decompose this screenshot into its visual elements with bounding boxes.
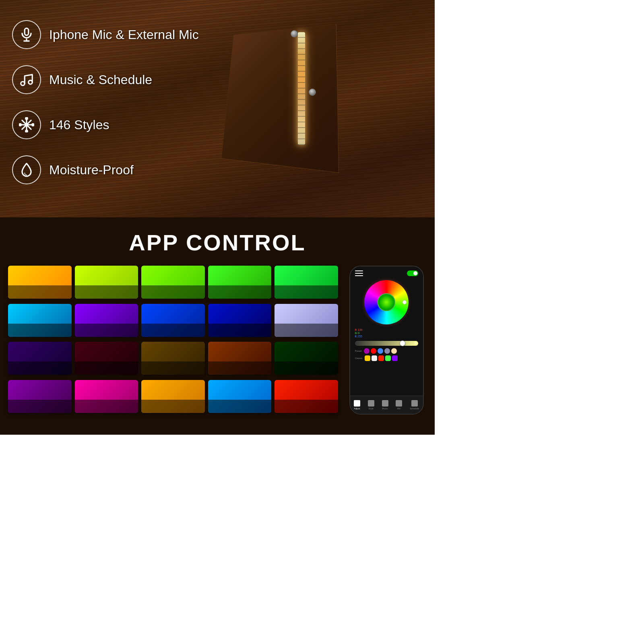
phone-container: R 139 G 0 B 255 ☀ Preset (346, 266, 427, 415)
color-swatch-11[interactable] (8, 342, 72, 375)
classic-label: Classic (355, 357, 363, 359)
top-section: Iphone Mic & External Mic Music & Schedu… (0, 0, 435, 217)
color-grid-area: R 139 G 0 B 255 ☀ Preset (8, 266, 427, 415)
snowflake-icon (19, 117, 34, 132)
cabinet-corner (221, 24, 339, 173)
brightness-bar[interactable]: ☀ (355, 341, 418, 346)
preset-dot-red[interactable] (371, 348, 376, 354)
nav-icon-mic (396, 400, 402, 407)
color-swatch-14[interactable] (208, 342, 272, 375)
app-control-title: APP CONTROL (129, 229, 306, 256)
music-icon-circle (12, 65, 41, 94)
classic-dot-yellow[interactable] (365, 355, 370, 361)
color-swatch-15[interactable] (275, 342, 338, 375)
color-swatch-6[interactable] (8, 304, 72, 337)
color-swatch-4[interactable] (208, 266, 272, 299)
feature-music: Music & Schedule (12, 65, 199, 94)
color-swatch-10[interactable] (275, 304, 338, 337)
classic-dot-violet[interactable] (392, 355, 398, 361)
phone-nav-style[interactable]: Style (368, 400, 374, 410)
mic-icon-circle (12, 20, 41, 49)
color-swatch-13[interactable] (141, 342, 205, 375)
preset-dot-purple[interactable] (364, 348, 369, 354)
nav-label-style: Style (369, 407, 374, 410)
color-swatch-5[interactable] (275, 266, 338, 299)
color-swatch-2[interactable] (75, 266, 138, 299)
color-swatch-7[interactable] (75, 304, 138, 337)
color-swatch-1[interactable] (8, 266, 72, 299)
nav-icon-adjust (354, 400, 360, 407)
styles-label: 146 Styles (49, 118, 109, 132)
color-swatch-8[interactable] (141, 304, 205, 337)
phone-bottom-nav: AdjustStyleMusicMicSchedule (350, 396, 423, 414)
music-icon (19, 72, 34, 87)
brightness-sun-icon: ☀ (414, 342, 417, 345)
screw-top (291, 30, 298, 37)
svg-point-9 (25, 124, 28, 126)
feature-moisture: Moisture-Proof (12, 155, 199, 184)
rgb-values: R 139 G 0 B 255 (353, 328, 420, 339)
color-swatch-20[interactable] (275, 380, 338, 413)
nav-icon-schedule (411, 400, 418, 407)
wheel-handle (402, 300, 407, 304)
music-label: Music & Schedule (49, 72, 152, 87)
power-toggle[interactable] (407, 270, 418, 276)
led-strip (298, 32, 305, 145)
color-wheel-container (353, 280, 420, 324)
svg-point-3 (21, 82, 25, 86)
brightness-knob (400, 341, 405, 346)
mic-icon (19, 27, 34, 42)
nav-icon-style (368, 400, 374, 407)
color-swatch-12[interactable] (75, 342, 138, 375)
preset-row: Preset (353, 348, 420, 354)
classic-dot-white[interactable] (372, 355, 377, 361)
nav-label-adjust: Adjust (354, 407, 360, 410)
classic-dot-green[interactable] (385, 355, 391, 361)
screw-bottom (309, 89, 316, 96)
phone-nav-schedule[interactable]: Schedule (410, 400, 419, 410)
color-swatch-18[interactable] (141, 380, 205, 413)
svg-point-12 (19, 124, 21, 126)
svg-point-11 (26, 130, 28, 132)
phone-mockup: R 139 G 0 B 255 ☀ Preset (349, 266, 424, 415)
phone-nav-mic[interactable]: Mic (396, 400, 402, 410)
rgb-b-value: B 255 (355, 335, 418, 338)
moisture-icon-circle (12, 155, 41, 184)
phone-screen: R 139 G 0 B 255 ☀ Preset (350, 266, 423, 396)
color-swatch-9[interactable] (208, 304, 272, 337)
svg-rect-0 (25, 28, 29, 35)
preset-dot-gray[interactable] (384, 348, 390, 354)
mic-label: Iphone Mic & External Mic (49, 27, 199, 42)
nav-label-music: Music (382, 407, 388, 410)
led-strip-container (298, 32, 310, 153)
preset-label: Preset (355, 350, 362, 352)
color-swatch-19[interactable] (208, 380, 272, 413)
features-overlay: Iphone Mic & External Mic Music & Schedu… (12, 20, 199, 184)
phone-nav-adjust[interactable]: Adjust (354, 400, 360, 410)
nav-label-mic: Mic (397, 407, 401, 410)
classic-row: Classic (353, 355, 420, 361)
rgb-r-value: R 139 (355, 328, 418, 331)
phone-nav-music[interactable]: Music (382, 400, 388, 410)
color-swatch-17[interactable] (75, 380, 138, 413)
nav-icon-music (382, 400, 388, 407)
menu-icon (355, 270, 363, 276)
color-swatch-3[interactable] (141, 266, 205, 299)
phone-top-bar (353, 270, 420, 277)
preset-dot-blue[interactable] (378, 348, 383, 354)
classic-dot-red[interactable] (378, 355, 384, 361)
color-swatch-16[interactable] (8, 380, 72, 413)
bottom-section: APP CONTROL (0, 217, 435, 435)
svg-point-10 (26, 118, 28, 120)
rgb-g-value: G 0 (355, 332, 418, 334)
styles-icon-circle (12, 110, 41, 139)
feature-styles: 146 Styles (12, 110, 199, 139)
svg-point-4 (29, 80, 33, 85)
color-wheel[interactable] (364, 280, 409, 324)
preset-dot-warm[interactable] (391, 348, 397, 354)
svg-point-13 (32, 124, 34, 126)
droplet-icon (19, 162, 34, 178)
moisture-label: Moisture-Proof (49, 163, 134, 178)
nav-label-schedule: Schedule (410, 407, 419, 410)
color-swatches-grid (8, 266, 338, 415)
